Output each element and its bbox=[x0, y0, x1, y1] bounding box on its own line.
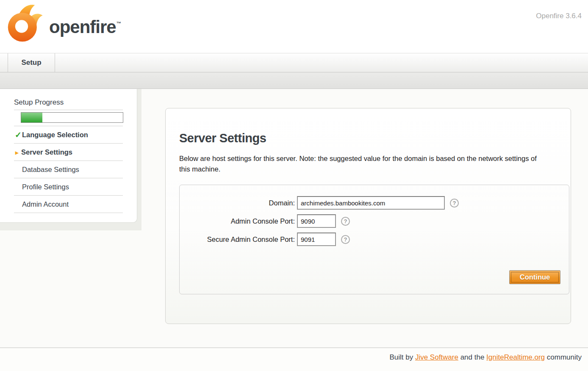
secure-port-input[interactable] bbox=[297, 233, 336, 246]
main-panel: Server Settings Below are host settings … bbox=[165, 108, 571, 324]
jive-software-link[interactable]: Jive Software bbox=[415, 353, 458, 361]
step-language-selection: ✓ Language Selection bbox=[14, 126, 123, 144]
admin-port-input[interactable] bbox=[297, 214, 336, 228]
flame-logo-icon bbox=[7, 3, 46, 43]
check-icon: ✓ bbox=[15, 130, 22, 140]
step-label: Admin Account bbox=[22, 200, 69, 208]
domain-row: Domain: ? bbox=[180, 196, 569, 210]
step-database-settings: Database Settings bbox=[14, 161, 123, 178]
page-title: Server Settings bbox=[179, 131, 571, 145]
secure-port-label: Secure Admin Console Port: bbox=[180, 235, 295, 244]
setup-progress-panel: Setup Progress ✓ Language Selection ▶ Se… bbox=[0, 89, 137, 223]
tab-setup[interactable]: Setup bbox=[8, 53, 55, 72]
secure-port-row: Secure Admin Console Port: ? bbox=[180, 233, 569, 246]
header: openfire™ Openfire 3.6.4 bbox=[0, 0, 588, 53]
igniterealtime-link[interactable]: IgniteRealtime.org bbox=[486, 353, 545, 361]
domain-input[interactable] bbox=[297, 196, 445, 210]
current-step-arrow-icon: ▶ bbox=[15, 150, 21, 155]
footer-text: Built by bbox=[389, 353, 415, 361]
admin-port-label: Admin Console Port: bbox=[180, 217, 295, 225]
step-label: Database Settings bbox=[22, 166, 79, 174]
openfire-logo: openfire™ bbox=[7, 3, 121, 43]
version-label: Openfire 3.6.4 bbox=[536, 12, 582, 20]
setup-progress-title: Setup Progress bbox=[14, 89, 123, 110]
step-profile-settings: Profile Settings bbox=[14, 178, 123, 196]
content-area: Setup Progress ✓ Language Selection ▶ Se… bbox=[0, 89, 588, 347]
brand-text: openfire bbox=[49, 17, 116, 37]
page: openfire™ Openfire 3.6.4 Setup Setup Pro… bbox=[0, 0, 588, 371]
secure-port-help-icon[interactable]: ? bbox=[341, 235, 350, 244]
server-settings-form: Domain: ? Admin Console Port: ? Secure A… bbox=[179, 185, 569, 294]
domain-label: Domain: bbox=[180, 199, 295, 207]
step-label: Server Settings bbox=[21, 148, 72, 156]
footer-text: and the bbox=[458, 353, 486, 361]
setup-steps-list: ✓ Language Selection ▶ Server Settings D… bbox=[14, 126, 123, 213]
progress-bar bbox=[21, 112, 123, 123]
progress-fill bbox=[21, 113, 42, 122]
progress-bar-wrap bbox=[14, 110, 123, 126]
step-server-settings: ▶ Server Settings bbox=[14, 144, 123, 161]
step-label: Language Selection bbox=[22, 131, 88, 139]
admin-port-help-icon[interactable]: ? bbox=[341, 217, 350, 226]
step-admin-account: Admin Account bbox=[14, 196, 123, 213]
continue-button[interactable]: Continue bbox=[509, 270, 560, 284]
domain-help-icon[interactable]: ? bbox=[450, 199, 459, 208]
footer: Built by Jive Software and the IgniteRea… bbox=[0, 347, 588, 370]
admin-port-row: Admin Console Port: ? bbox=[180, 214, 569, 228]
sub-nav-bar bbox=[0, 72, 588, 89]
tab-bar: Setup bbox=[0, 53, 588, 72]
footer-text: community bbox=[545, 353, 582, 361]
trademark-symbol: ™ bbox=[116, 21, 121, 26]
page-description: Below are host settings for this server.… bbox=[179, 153, 544, 174]
step-label: Profile Settings bbox=[22, 183, 69, 191]
